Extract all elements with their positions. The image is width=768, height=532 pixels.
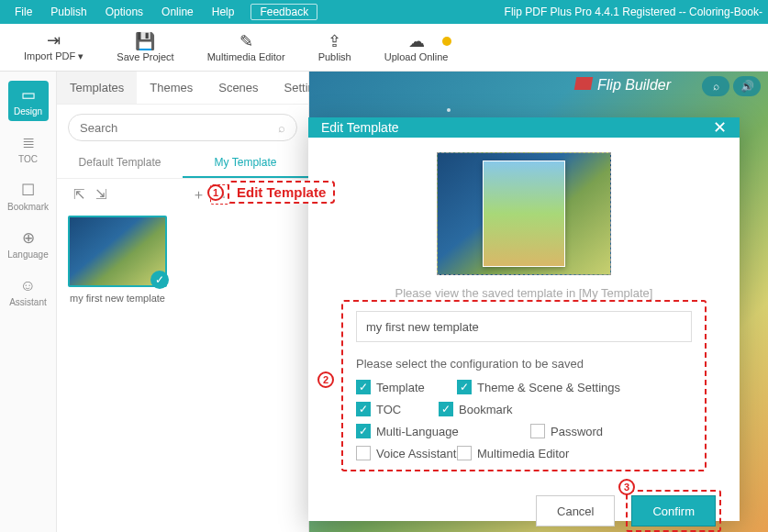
save-project-button[interactable]: 💾Save Project [100, 33, 190, 62]
checkbox-voice-assistant[interactable]: Voice Assistant [356, 446, 457, 460]
import-template-icon[interactable]: ⇱ [69, 184, 89, 205]
annotation-2-zone: 2 Please select the configuration to be … [341, 300, 707, 471]
checkbox-multi-language[interactable]: ✓Multi-Language [356, 424, 530, 438]
save-icon: 💾 [135, 33, 155, 50]
cancel-button[interactable]: Cancel [536, 495, 615, 526]
checkbox-label: TOC [376, 403, 401, 416]
book-icon [574, 77, 593, 90]
toc-icon: ≣ [22, 133, 35, 152]
menubar: File Publish Options Online Help Feedbac… [0, 0, 768, 24]
menu-file[interactable]: File [6, 6, 41, 18]
checkbox-label: Theme & Scene & Settings [477, 381, 620, 394]
template-name: my first new template [68, 293, 167, 304]
sound-control[interactable]: 🔊 [733, 76, 761, 96]
annotation-3-zone: Confirm [626, 490, 721, 532]
menu-publish[interactable]: Publish [41, 6, 95, 18]
import-icon: ⇥ [47, 32, 61, 49]
config-label: Please select the configuration to be sa… [356, 357, 692, 371]
template-name-input[interactable] [356, 311, 692, 342]
checkbox-label: Multimedia Editor [477, 447, 569, 460]
checkbox-theme-scene-settings[interactable]: ✓Theme & Scene & Settings [457, 380, 631, 394]
template-thumbnail: ✓ [68, 216, 167, 287]
search-icon: ⌕ [278, 121, 285, 135]
subtab-default-template[interactable]: Default Template [57, 149, 183, 178]
move-down-icon[interactable]: ↓ [254, 184, 274, 205]
checkbox-multimedia-editor[interactable]: Multimedia Editor [457, 446, 631, 460]
nav-assistant[interactable]: ☺Assistant [8, 272, 49, 312]
checkbox-label: Bookmark [459, 403, 513, 416]
annotation-3: 3 [618, 479, 635, 495]
bookmark-icon: ☐ [21, 181, 35, 200]
toolbar: ⇥Import PDF ▾ 💾Save Project ✎Multimedia … [0, 24, 768, 72]
import-pdf-button[interactable]: ⇥Import PDF ▾ [7, 32, 100, 62]
tab-templates[interactable]: Templates [57, 72, 137, 104]
dialog-title: Edit Template [321, 120, 399, 135]
export-template-icon[interactable]: ⇲ [91, 184, 111, 205]
template-item[interactable]: ✓ my first new template [68, 216, 167, 304]
close-icon[interactable]: ✕ [713, 117, 727, 138]
left-nav: ▭Design ≣TOC ☐Bookmark ⊕Language ☺Assist… [0, 72, 57, 532]
checkbox-label: Voice Assistant [376, 447, 456, 460]
upload-online-button[interactable]: ☁Upload Online [368, 33, 465, 62]
chat-icon: ☺ [20, 277, 36, 295]
tab-themes[interactable]: Themes [137, 72, 206, 104]
menu-help[interactable]: Help [203, 6, 244, 18]
search-control[interactable]: ⌕ [702, 76, 729, 96]
menu-online[interactable]: Online [152, 6, 203, 18]
publish-icon: ⇪ [328, 33, 341, 50]
edit-template-dialog: Edit Template ✕ Please view the saved te… [308, 117, 740, 521]
side-panel: Templates Themes Scenes Settings ⌕ Defau… [57, 72, 309, 532]
checkbox-icon: ✓ [356, 402, 371, 416]
confirm-button[interactable]: Confirm [631, 495, 716, 526]
multimedia-editor-button[interactable]: ✎Multimedia Editor [191, 33, 302, 62]
preview-brand: Flip Builder [575, 77, 671, 94]
nav-design[interactable]: ▭Design [8, 81, 49, 121]
nav-bookmark[interactable]: ☐Bookmark [8, 176, 49, 216]
config-checkboxes: ✓Template✓Theme & Scene & Settings✓TOC✓B… [356, 380, 692, 460]
template-toolbar: ⇱ ⇲ ＋ ✎ ↑ ↓ 🗑 [57, 179, 308, 210]
search-input[interactable] [80, 121, 278, 135]
editor-icon: ✎ [239, 33, 253, 50]
checkbox-icon: ✓ [356, 380, 371, 394]
feedback-button[interactable]: Feedback [250, 4, 317, 20]
annotation-2: 2 [317, 371, 334, 388]
template-preview-thumbnail [437, 152, 611, 275]
delete-template-icon[interactable]: 🗑 [276, 184, 296, 205]
template-subtabs: Default Template My Template [57, 149, 308, 179]
checkbox-password[interactable]: Password [530, 424, 613, 438]
tabs: Templates Themes Scenes Settings [57, 72, 308, 105]
tab-scenes[interactable]: Scenes [206, 72, 271, 104]
checkbox-label: Template [376, 381, 425, 394]
checkbox-icon: ✓ [457, 380, 472, 394]
notification-badge-icon [442, 37, 451, 46]
publish-button[interactable]: ⇪Publish [302, 33, 368, 62]
help-text: Please view the saved template in [My Te… [341, 286, 707, 300]
book-cover-image [483, 161, 565, 267]
window-title: Flip PDF Plus Pro 4.4.1 Registered -- Co… [505, 6, 762, 18]
add-template-icon[interactable]: ＋ [188, 184, 208, 205]
checkbox-label: Multi-Language [376, 425, 459, 438]
checkbox-icon: ✓ [356, 424, 371, 438]
checkbox-icon [356, 446, 371, 460]
subtab-my-template[interactable]: My Template [183, 149, 308, 178]
search-box[interactable]: ⌕ [68, 114, 297, 141]
checkbox-template[interactable]: ✓Template [356, 380, 457, 394]
checkbox-toc[interactable]: ✓TOC [356, 402, 439, 416]
checkbox-icon [530, 424, 545, 438]
checkbox-bookmark[interactable]: ✓Bookmark [439, 402, 540, 416]
cloud-upload-icon: ☁ [408, 33, 425, 50]
dialog-footer: 3 Cancel Confirm [308, 481, 740, 532]
nav-language[interactable]: ⊕Language [8, 224, 49, 264]
dialog-header: Edit Template ✕ [308, 117, 740, 138]
checkbox-icon [457, 446, 472, 460]
menu-options[interactable]: Options [96, 6, 152, 18]
checkbox-label: Password [551, 425, 603, 438]
globe-icon: ⊕ [22, 228, 35, 248]
nav-toc[interactable]: ≣TOC [8, 128, 49, 169]
move-up-icon[interactable]: ↑ [232, 184, 252, 205]
checkbox-icon: ✓ [439, 402, 453, 416]
screen-icon: ▭ [21, 85, 36, 105]
edit-template-icon[interactable]: ✎ [210, 184, 230, 205]
check-icon: ✓ [150, 271, 169, 289]
